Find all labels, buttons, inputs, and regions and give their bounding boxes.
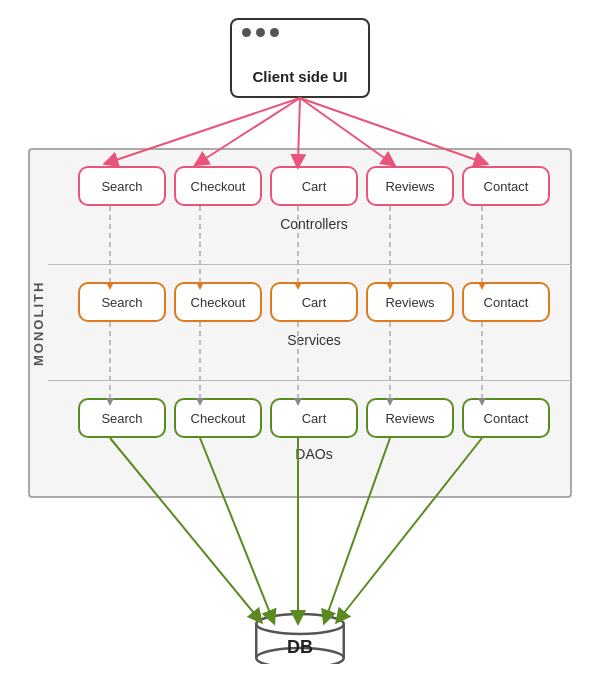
svg-text:DB: DB xyxy=(287,637,313,657)
ctrl-reviews: Reviews xyxy=(366,166,454,206)
svc-search: Search xyxy=(78,282,166,322)
svg-point-4 xyxy=(256,614,344,634)
daos-label: DAOs xyxy=(58,446,570,462)
client-ui-dots xyxy=(242,28,279,37)
divider-controllers-services xyxy=(48,264,572,265)
svc-checkout: Checkout xyxy=(174,282,262,322)
dot-3 xyxy=(270,28,279,37)
daos-row: Search Checkout Cart Reviews Contact xyxy=(58,398,570,438)
dot-1 xyxy=(242,28,251,37)
controllers-row: Search Checkout Cart Reviews Contact xyxy=(58,166,570,206)
services-row: Search Checkout Cart Reviews Contact xyxy=(58,282,570,322)
services-label: Services xyxy=(58,332,570,348)
ctrl-search: Search xyxy=(78,166,166,206)
db-box: DB xyxy=(255,604,345,664)
svc-contact: Contact xyxy=(462,282,550,322)
svc-reviews: Reviews xyxy=(366,282,454,322)
dao-reviews: Reviews xyxy=(366,398,454,438)
monolith-label: MONOLITH xyxy=(28,148,48,498)
client-ui-box: Client side UI xyxy=(230,18,370,98)
ctrl-contact: Contact xyxy=(462,166,550,206)
controllers-label: Controllers xyxy=(58,216,570,232)
dao-contact: Contact xyxy=(462,398,550,438)
ctrl-cart: Cart xyxy=(270,166,358,206)
dao-checkout: Checkout xyxy=(174,398,262,438)
divider-services-daos xyxy=(48,380,572,381)
ctrl-checkout: Checkout xyxy=(174,166,262,206)
dot-2 xyxy=(256,28,265,37)
db-cylinder-svg: DB xyxy=(255,604,345,664)
svc-cart: Cart xyxy=(270,282,358,322)
dao-search: Search xyxy=(78,398,166,438)
dao-cart: Cart xyxy=(270,398,358,438)
diagram-container: Client side UI MONOLITH Search Checkout … xyxy=(0,0,600,694)
client-ui-label: Client side UI xyxy=(252,68,347,86)
